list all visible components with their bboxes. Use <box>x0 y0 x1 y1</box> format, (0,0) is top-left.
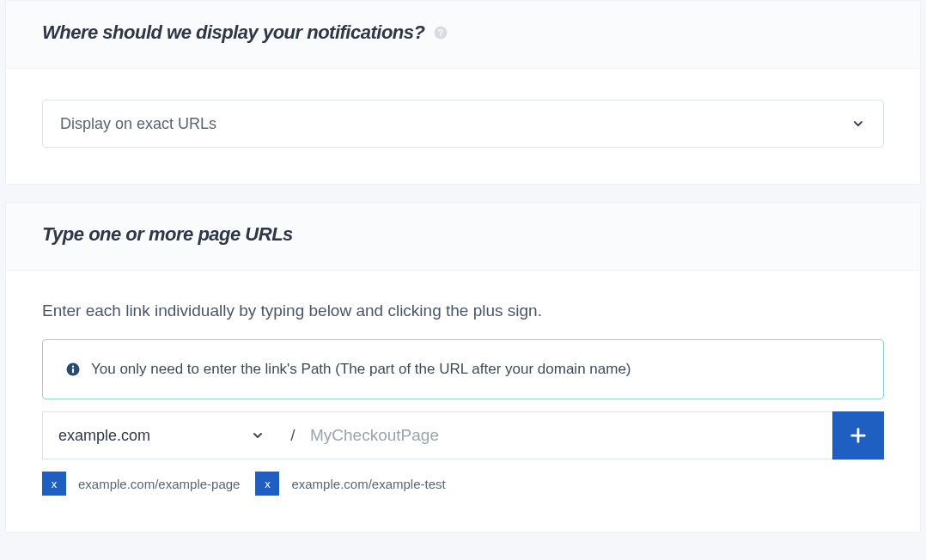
url-tag: x example.com/example-page <box>42 472 240 496</box>
chevron-down-icon <box>850 116 866 131</box>
path-slash: / <box>281 411 305 460</box>
display-mode-select[interactable]: Display on exact URLs <box>42 100 884 148</box>
info-icon <box>65 362 81 377</box>
display-notifications-header: Where should we display your notificatio… <box>6 1 920 69</box>
display-mode-value: Display on exact URLs <box>60 115 850 133</box>
remove-tag-button[interactable]: x <box>255 472 279 496</box>
info-box: You only need to enter the link's Path (… <box>42 339 884 399</box>
display-notifications-panel: Where should we display your notificatio… <box>5 0 921 185</box>
add-url-button[interactable] <box>832 411 884 460</box>
page-urls-panel: Type one or more page URLs Enter each li… <box>5 202 921 533</box>
instruction-text: Enter each link individually by typing b… <box>42 301 884 320</box>
domain-value: example.com <box>58 427 250 445</box>
tag-label: example.com/example-page <box>78 477 240 491</box>
display-notifications-body: Display on exact URLs <box>6 69 920 184</box>
url-input-row: example.com / <box>42 411 884 460</box>
svg-point-3 <box>72 365 74 367</box>
info-text: You only need to enter the link's Path (… <box>91 361 631 378</box>
path-input[interactable] <box>305 411 832 460</box>
page-urls-title: Type one or more page URLs <box>42 223 293 246</box>
help-icon[interactable]: ? <box>433 25 448 40</box>
remove-tag-button[interactable]: x <box>42 472 66 496</box>
url-tags: x example.com/example-page x example.com… <box>42 472 884 496</box>
svg-rect-4 <box>72 368 74 373</box>
svg-text:?: ? <box>438 27 443 38</box>
tag-label: example.com/example-test <box>291 477 445 491</box>
domain-select[interactable]: example.com <box>42 411 281 460</box>
display-notifications-title: Where should we display your notificatio… <box>42 21 424 44</box>
url-tag: x example.com/example-test <box>255 472 445 496</box>
page-urls-header: Type one or more page URLs <box>6 203 920 271</box>
page-urls-body: Enter each link individually by typing b… <box>6 271 920 532</box>
chevron-down-icon <box>250 428 265 443</box>
